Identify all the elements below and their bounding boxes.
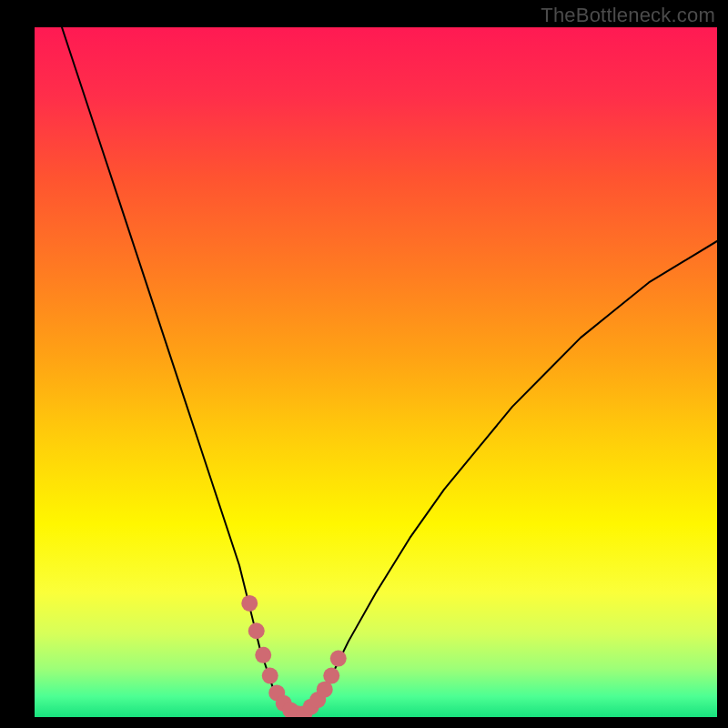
watermark-text: TheBottleneck.com [541, 4, 715, 27]
plot-area [35, 27, 717, 717]
chart-container: TheBottleneck.com [0, 0, 728, 728]
highlight-marker [255, 647, 271, 663]
highlight-marker [330, 651, 347, 667]
highlight-marker [262, 668, 278, 684]
curve-layer [35, 27, 717, 717]
highlight-marker [248, 622, 265, 639]
highlight-marker [323, 668, 339, 684]
highlight-marker [241, 595, 258, 612]
bottleneck-curve [62, 27, 717, 713]
